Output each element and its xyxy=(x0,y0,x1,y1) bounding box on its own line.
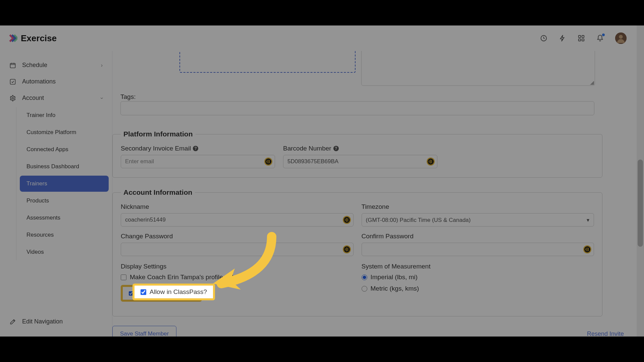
sidebar-item-automations[interactable]: Automations xyxy=(0,73,112,90)
sidebar: Schedule › Automations Account › Trainer… xyxy=(0,51,112,337)
secondary-email-input[interactable] xyxy=(121,155,275,168)
tags-input[interactable] xyxy=(120,101,594,115)
content: Tags: Platform Information Secondary Inv… xyxy=(112,51,637,337)
allow-classpass-label: Allow in ClassPass? xyxy=(137,290,194,297)
letterbox-bottom xyxy=(0,337,644,362)
metric-label: Metric (kgs, kms) xyxy=(371,285,419,292)
app-window: Exercise Schedule › Automations Account xyxy=(0,25,644,337)
sidebar-item-schedule[interactable]: Schedule › xyxy=(0,57,112,73)
notification-dot xyxy=(602,34,605,36)
scrollbar-thumb[interactable] xyxy=(638,160,643,247)
brand-logo-icon xyxy=(9,34,17,43)
profile-public-checkbox-row[interactable]: Make Coach Erin Tampa's profile public xyxy=(121,274,354,281)
metric-radio-row[interactable]: Metric (kgs, kms) xyxy=(362,285,594,292)
help-icon[interactable]: ? xyxy=(333,146,339,151)
change-password-label: Change Password xyxy=(121,233,354,240)
account-subnav: Trainer Info Customize Platform Connecte… xyxy=(16,107,112,260)
subnav-resources[interactable]: Resources xyxy=(20,227,109,243)
metric-radio[interactable] xyxy=(362,286,367,292)
bio-textarea[interactable] xyxy=(361,51,595,86)
platform-information-section: Platform Information Secondary Invoice E… xyxy=(112,130,602,178)
sidebar-item-label: Edit Navigation xyxy=(22,318,63,325)
account-information-section: Account Information Nickname Timezone (G… xyxy=(112,188,602,316)
confirm-password-label: Confirm Password xyxy=(362,233,594,240)
gear-icon xyxy=(9,95,16,102)
password-manager-icon[interactable] xyxy=(583,245,591,253)
nickname-input[interactable] xyxy=(121,213,354,227)
resend-invite-link[interactable]: Resend Invite xyxy=(587,330,624,337)
confirm-password-input[interactable] xyxy=(362,243,594,256)
edit-icon xyxy=(9,318,16,325)
section-legend: Platform Information xyxy=(121,130,196,138)
svg-point-6 xyxy=(619,35,623,39)
imperial-radio-row[interactable]: Imperial (lbs, mi) xyxy=(362,274,594,281)
allow-classpass-checkbox[interactable] xyxy=(129,291,133,296)
imperial-radio[interactable] xyxy=(362,275,367,280)
section-legend: Account Information xyxy=(121,188,195,196)
chevron-down-icon: › xyxy=(99,97,105,99)
clock-icon[interactable] xyxy=(540,35,547,42)
svg-rect-4 xyxy=(582,39,584,41)
highlight-allow-classpass: Allow in ClassPass? xyxy=(121,285,202,302)
subnav-customize-platform[interactable]: Customize Platform xyxy=(20,124,109,140)
svg-rect-8 xyxy=(10,79,15,84)
password-manager-icon[interactable] xyxy=(264,158,272,166)
change-password-input[interactable] xyxy=(121,243,354,256)
chevron-right-icon: › xyxy=(101,62,103,68)
header-icons xyxy=(540,33,627,44)
subnav-trainer-info[interactable]: Trainer Info xyxy=(20,107,109,123)
profile-public-label: Make Coach Erin Tampa's profile public xyxy=(130,274,241,281)
brand-name: Exercise xyxy=(21,33,57,44)
sidebar-item-label: Automations xyxy=(22,78,56,85)
password-manager-icon[interactable] xyxy=(343,245,351,253)
calendar-icon xyxy=(9,62,16,69)
svg-rect-1 xyxy=(579,36,581,38)
svg-rect-3 xyxy=(579,39,581,41)
display-settings-label: Display Settings xyxy=(121,263,354,270)
scrollbar[interactable] xyxy=(637,25,644,337)
save-staff-member-button[interactable]: Save Staff Member xyxy=(112,326,176,337)
subnav-videos[interactable]: Videos xyxy=(20,244,109,260)
header: Exercise xyxy=(0,25,637,51)
avatar[interactable] xyxy=(615,33,627,44)
subnav-trainers[interactable]: Trainers xyxy=(20,176,109,192)
secondary-email-label: Secondary Invoice Email ? xyxy=(121,145,275,152)
imperial-label: Imperial (lbs, mi) xyxy=(371,274,418,281)
subnav-business-dashboard[interactable]: Business Dashboard xyxy=(20,159,109,175)
brand: Exercise xyxy=(9,33,57,44)
lightning-icon[interactable] xyxy=(559,35,566,42)
sidebar-item-label: Account xyxy=(22,95,44,102)
letterbox-top xyxy=(0,0,644,25)
timezone-label: Timezone xyxy=(362,203,594,210)
subnav-assessments[interactable]: Assessments xyxy=(20,210,109,226)
nickname-label: Nickname xyxy=(121,203,354,210)
password-manager-icon[interactable] xyxy=(427,158,435,166)
svg-rect-7 xyxy=(10,63,15,68)
subnav-connected-apps[interactable]: Connected Apps xyxy=(20,141,109,158)
sidebar-item-label: Schedule xyxy=(22,62,47,69)
password-manager-icon[interactable] xyxy=(343,216,351,224)
barcode-label: Barcode Number ? xyxy=(283,145,437,152)
som-label: System of Measurement xyxy=(362,263,594,270)
barcode-input[interactable] xyxy=(283,155,437,168)
sidebar-item-account[interactable]: Account › xyxy=(0,90,112,106)
subnav-products[interactable]: Products xyxy=(20,193,109,209)
bell-icon[interactable] xyxy=(596,35,604,42)
apps-grid-icon[interactable] xyxy=(578,35,585,42)
svg-rect-2 xyxy=(582,36,584,38)
svg-point-9 xyxy=(12,97,14,99)
upload-dropzone[interactable] xyxy=(179,51,356,73)
check-square-icon xyxy=(9,78,16,85)
help-icon[interactable]: ? xyxy=(193,146,198,151)
tags-label: Tags: xyxy=(120,93,136,101)
profile-public-checkbox[interactable] xyxy=(121,275,126,280)
timezone-select[interactable]: (GMT-08:00) Pacific Time (US & Canada) xyxy=(362,213,594,227)
sidebar-item-edit-navigation[interactable]: Edit Navigation xyxy=(0,313,112,330)
